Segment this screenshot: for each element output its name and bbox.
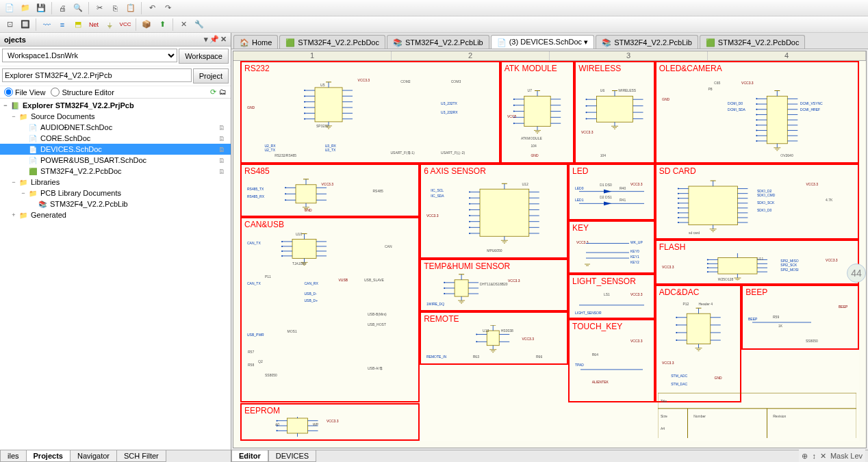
svg-text:LIGHT_SENSOR: LIGHT_SENSOR [575, 311, 602, 315]
schematic-block-titleblock[interactable]: TitleSizeA4NumberRevision [655, 350, 859, 441]
schematic-block-oled[interactable]: OLED&CAMERAP8OV2640C65VCC3.3GNDDCMI_D0DC… [655, 61, 859, 164]
tb-preview[interactable]: 🔍 [71, 1, 85, 15]
svg-point-52 [513, 123, 514, 124]
svg-point-192 [678, 198, 679, 199]
tb-cross[interactable]: ✕ [177, 18, 190, 31]
tree-item[interactable]: 📄CORE.SchDoc🗎 [0, 133, 231, 144]
tb-config[interactable]: 🔧 [192, 18, 206, 31]
doc-tab[interactable]: 🏠Home [233, 35, 278, 49]
tb-sheet[interactable]: ⬆ [155, 18, 169, 31]
svg-point-268 [706, 263, 708, 264]
tree-item[interactable]: −📁Libraries [0, 177, 231, 188]
schematic-block-flash[interactable]: FLASHU11W25Q128VCC3.3SPI2_MISOSPI2_SCKSP… [655, 240, 859, 285]
schematic-block-key[interactable]: KEYVCC3.3WK_UPKEY0KEY1KEY2 [568, 220, 655, 274]
schematic-block-touch[interactable]: TOUCH_KEYVCC3.3TPADR64ALIENTEK [568, 319, 655, 402]
left-tab[interactable]: SCH Filter [116, 450, 166, 462]
tree-item[interactable]: −📁Source Documents [0, 111, 231, 122]
tb-wire[interactable]: 〰 [40, 18, 53, 31]
tb-zoom-fit[interactable]: ⊡ [3, 18, 16, 31]
doc-tab[interactable]: 📚STM32F4_V2.2.PcbLib [387, 35, 489, 49]
tb-new[interactable]: 📄 [3, 1, 16, 15]
settings-icon[interactable]: 🗂 [219, 88, 227, 97]
schematic-block-rs485[interactable]: RS485RS485_TXRS485_RXVCC3.3RS485GND [240, 164, 420, 217]
panel-dropdown-icon[interactable]: ▾ [204, 35, 208, 44]
schematic-block-eeprom[interactable]: EEPROMVCC3.3A0WP [240, 403, 420, 441]
panel-pin-icon[interactable]: 📌 [209, 35, 219, 44]
tree-item[interactable]: 📄AUDIOÐNET.SchDoc🗎 [0, 122, 231, 133]
tb-bus[interactable]: ≡ [55, 18, 69, 31]
schematic-block-beep[interactable]: BEEPBEEPBEEPR59SS80501K [741, 285, 859, 349]
tree-item[interactable]: −📗Explorer STM32F4_V2.2.PrjPcb [0, 100, 231, 111]
svg-point-288 [444, 281, 445, 283]
svg-text:DCMI_HREF: DCMI_HREF [800, 107, 820, 112]
tree-item[interactable]: +📁Generated [0, 209, 231, 220]
tb-redo[interactable]: ↷ [161, 1, 175, 15]
schematic-block-atk[interactable]: ATK MODULEU7ATKMODULEVCC5GND104 [500, 61, 574, 164]
tb-save[interactable]: 💾 [34, 1, 48, 15]
schematic-canvas[interactable]: 1234 RS232U5SP3232VCC3.3GNDCOM2COM3U2_RX… [233, 51, 867, 448]
panel-header: ojects ▾ 📌 ✕ [0, 33, 231, 47]
tree-item[interactable]: 📄POWER&USB_USART.SchDoc🗎 [0, 155, 231, 166]
svg-point-271 [706, 267, 708, 268]
left-tab[interactable]: iles [0, 450, 27, 462]
doc-tab[interactable]: 📚STM32F4_V2.2.PcbLib [596, 35, 698, 49]
tb-print[interactable]: 🖨 [55, 1, 69, 15]
refresh-icon[interactable]: ⟳ [210, 88, 216, 97]
svg-point-145 [469, 197, 470, 198]
tree-item[interactable]: 📄DEVICES.SchDoc🗎 [0, 144, 231, 155]
svg-point-198 [678, 207, 679, 209]
svg-text:COM2: COM2 [400, 79, 411, 84]
svg-text:R64: R64 [592, 353, 598, 357]
schematic-block-canusb[interactable]: CAN&USBU10TJA1050CAN_TXCANCAN_TXCAN_RXP1… [240, 217, 420, 403]
bottom-tab[interactable]: Editor [231, 450, 268, 462]
project-tree[interactable]: −📗Explorer STM32F4_V2.2.PrjPcb−📁Source D… [0, 99, 231, 276]
block-title: ATK MODULE [505, 64, 557, 73]
svg-text:VCC3.3: VCC3.3 [576, 240, 589, 244]
project-input[interactable] [2, 68, 192, 82]
svg-text:SS8050: SS8050 [265, 373, 277, 377]
svg-point-46 [513, 111, 514, 112]
tb-zoom-area[interactable]: 🔲 [18, 18, 32, 31]
tb-port[interactable]: ⬒ [71, 18, 85, 31]
svg-point-230 [281, 255, 283, 256]
svg-text:DHT11&DS18B20: DHT11&DS18B20 [480, 281, 508, 285]
schematic-block-led[interactable]: LEDLED0LED1D1 DS0D2 DS1VCC3.3R40R41 [568, 164, 655, 220]
schematic-block-axis[interactable]: 6 AXIS SENSORU12MPU6050IIC_SCLIIC_SDAVCC… [420, 164, 568, 259]
doc-tab[interactable]: 📄(3) DEVICES.SchDoc ▾ [491, 35, 594, 49]
workspace-select[interactable]: Workspace1.DsnWrk [2, 49, 177, 62]
project-button[interactable]: Project [193, 68, 229, 84]
tb-vcc[interactable]: VCC [118, 18, 132, 31]
structure-editor-radio[interactable]: Structure Editor [51, 88, 114, 97]
tb-cut[interactable]: ✂ [92, 1, 106, 15]
left-tab[interactable]: Projects [26, 450, 71, 462]
doc-tab[interactable]: 🟩STM32F4_V2.2.PcbDoc [279, 35, 385, 49]
schematic-block-temp[interactable]: TEMP&HUMI SENSORDHT11&DS18B20VCC3.31WIRE… [420, 259, 568, 312]
schematic-block-remote[interactable]: REMOTEU13HS0038REMOTE_INVCC3.3R63R66 [420, 311, 568, 365]
tb-gnd[interactable]: ⏚ [103, 18, 116, 31]
svg-point-363 [277, 430, 278, 431]
svg-text:USB_PWR: USB_PWR [247, 332, 264, 336]
schematic-block-wireless[interactable]: WIRELESSU6WIRELESSVCC3.3104 [574, 61, 655, 164]
svg-text:WK_UP: WK_UP [630, 240, 643, 244]
doc-tab[interactable]: 🟩STM32F4_V2.2.PcbDoc [700, 35, 806, 49]
schematic-block-light[interactable]: LIGHT_SENSORLS1VCC3.3LIGHT_SENSOR [568, 274, 655, 320]
schematic-block-rs232[interactable]: RS232U5SP3232VCC3.3GNDCOM2COM3U2_RXU2_TX… [240, 61, 500, 164]
tb-part[interactable]: 📦 [140, 18, 153, 31]
bottom-tab[interactable]: DEVICES [268, 450, 316, 462]
svg-text:IIC_SDA: IIC_SDA [431, 194, 444, 198]
tb-copy[interactable]: ⎘ [108, 1, 122, 15]
tb-net[interactable]: Net [87, 18, 101, 31]
svg-text:104: 104 [600, 153, 607, 157]
panel-close-icon[interactable]: ✕ [220, 35, 227, 44]
block-title: TOUCH_KEY [572, 322, 622, 331]
tb-open[interactable]: 📁 [18, 1, 32, 15]
file-view-radio[interactable]: File View [4, 88, 45, 97]
tree-item[interactable]: 🟩STM32F4_V2.2.PcbDoc🗎 [0, 166, 231, 177]
tb-paste[interactable]: 📋 [124, 1, 138, 15]
tree-item[interactable]: −📁PCB Library Documents [0, 188, 231, 198]
tb-undo[interactable]: ↶ [145, 1, 159, 15]
left-tab[interactable]: Navigator [70, 450, 117, 462]
workspace-button[interactable]: Workspace [179, 49, 229, 64]
schematic-block-sd[interactable]: SD CARDsd cardVCC3.3SDIO_D2SDIO_CMDSDIO_… [655, 164, 859, 240]
tree-item[interactable]: 📚STM32F4_V2.2.PcbLib [0, 198, 231, 209]
